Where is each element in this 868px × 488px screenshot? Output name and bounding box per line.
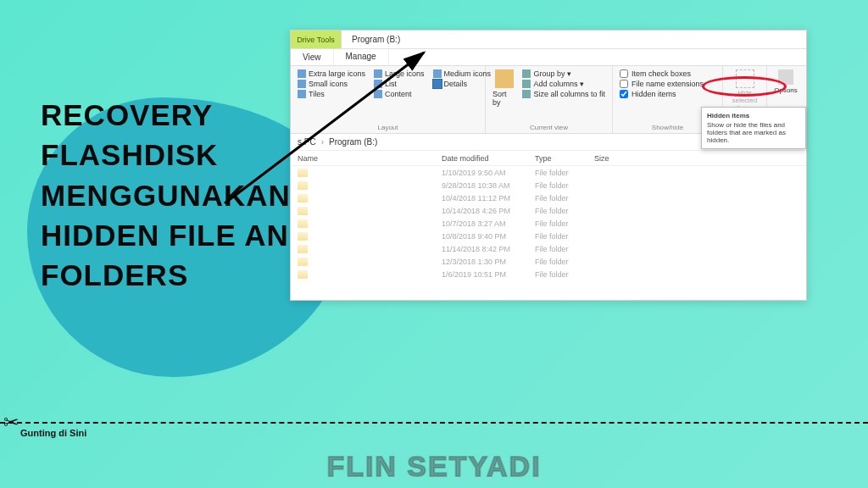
scissors-icon: ✂ <box>3 412 19 434</box>
options-icon <box>778 69 793 85</box>
ribbon-group-layout: Extra large icons Large icons Medium ico… <box>291 66 486 133</box>
group-by-button[interactable]: Group by ▾ <box>522 69 605 78</box>
table-row[interactable]: 10/8/2018 9:40 PMFile folder <box>298 230 806 242</box>
col-size[interactable]: Size <box>594 154 637 163</box>
tooltip-title: Hidden items <box>707 112 800 119</box>
folder-icon <box>298 219 308 228</box>
view-content[interactable]: Content <box>374 90 425 98</box>
cut-label: Gunting di Sini <box>20 428 86 438</box>
tab-manage[interactable]: Manage <box>334 49 389 65</box>
table-row[interactable]: 1/6/2019 10:51 PMFile folder <box>298 268 806 280</box>
cut-line <box>0 422 868 424</box>
group-label-layout: Layout <box>298 124 478 131</box>
hide-selected-icon <box>736 69 754 88</box>
ribbon-tabs: View Manage <box>291 49 806 66</box>
folder-icon <box>298 270 308 279</box>
folder-icon <box>298 232 308 241</box>
hidden-items-toggle[interactable]: Hidden items <box>620 90 715 98</box>
size-all-columns-button[interactable]: Size all columns to fit <box>522 90 605 98</box>
col-name[interactable]: Name <box>298 154 442 163</box>
folder-icon <box>298 245 308 253</box>
folder-icon <box>298 194 308 202</box>
view-details[interactable]: Details <box>433 80 492 88</box>
options-button[interactable]: Options <box>774 69 798 94</box>
view-list[interactable]: List <box>374 80 425 88</box>
title-tabstrip: Drive Tools Program (B:) <box>291 30 806 49</box>
tooltip-body: Show or hide the files and folders that … <box>707 121 800 144</box>
file-name-extensions-toggle[interactable]: File name extensions <box>620 80 715 88</box>
table-row[interactable]: 10/4/2018 11:12 PMFile folder <box>298 191 806 204</box>
file-list: 1/10/2019 9:50 AMFile folder 9/28/2018 1… <box>291 166 806 280</box>
view-large-icons[interactable]: Large icons <box>374 69 425 78</box>
table-row[interactable]: 11/14/2018 8:42 PMFile folder <box>298 242 806 255</box>
breadcrumb-pc[interactable]: s PC <box>298 137 316 147</box>
table-row[interactable]: 10/7/2018 3:27 AMFile folder <box>298 217 806 230</box>
sort-by-button[interactable]: Sort by <box>492 69 515 107</box>
group-label-current-view: Current view <box>492 124 605 131</box>
item-check-boxes-toggle[interactable]: Item check boxes <box>620 69 715 78</box>
hidden-items-tooltip: Hidden items Show or hide the files and … <box>701 107 806 149</box>
breadcrumb-program[interactable]: Program (B:) <box>329 137 377 147</box>
window-title: Program (B:) <box>342 30 410 48</box>
folder-icon <box>298 181 308 190</box>
file-explorer-window: Drive Tools Program (B:) View Manage Ext… <box>290 30 807 301</box>
column-headers[interactable]: Name Date modified Type Size <box>291 151 806 166</box>
view-small-icons[interactable]: Small icons <box>298 80 365 88</box>
folder-icon <box>298 169 308 177</box>
sort-icon <box>495 69 514 88</box>
view-extra-large-icons[interactable]: Extra large icons <box>298 69 365 78</box>
table-row[interactable]: 9/28/2018 10:38 AMFile folder <box>298 179 806 191</box>
table-row[interactable]: 10/14/2018 4:26 PMFile folder <box>298 204 806 217</box>
col-type[interactable]: Type <box>535 154 594 163</box>
folder-icon <box>298 258 308 266</box>
view-tiles[interactable]: Tiles <box>298 90 365 98</box>
folder-icon <box>298 207 308 215</box>
table-row[interactable]: 12/3/2018 1:30 PMFile folder <box>298 255 806 268</box>
col-date[interactable]: Date modified <box>442 154 535 163</box>
add-columns-button[interactable]: Add columns ▾ <box>522 80 605 88</box>
tab-view[interactable]: View <box>291 49 334 65</box>
watermark-text: FLIN SETYADI <box>326 450 541 483</box>
view-medium-icons[interactable]: Medium icons <box>433 69 492 78</box>
chevron-right-icon: › <box>321 137 324 147</box>
table-row[interactable]: 1/10/2019 9:50 AMFile folder <box>298 166 806 179</box>
ribbon-group-current-view: Sort by Group by ▾ Add columns ▾ Size al… <box>486 66 613 133</box>
drive-tools-tab[interactable]: Drive Tools <box>291 30 342 48</box>
